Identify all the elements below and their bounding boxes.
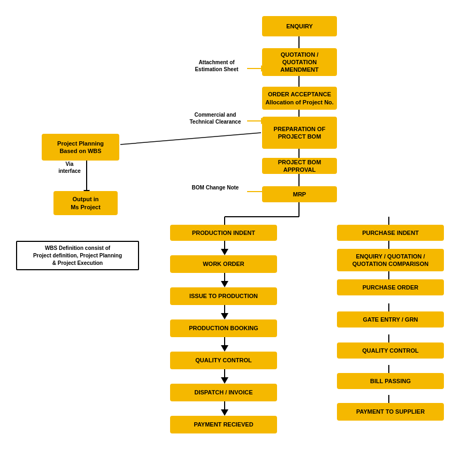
order-acceptance-box: ORDER ACCEPTANCE Allocation of Project N… bbox=[262, 87, 337, 110]
project-planning-box: Project Planning Based on WBS bbox=[42, 134, 119, 161]
prep-bom-box: PREPARATION OF PROJECT BOM bbox=[262, 117, 337, 149]
production-indent-box: PRODUCTION INDENT bbox=[170, 225, 277, 241]
svg-marker-32 bbox=[221, 281, 228, 287]
commercial-label: Commercial and Technical Clearance bbox=[182, 111, 249, 125]
svg-marker-35 bbox=[221, 377, 228, 384]
svg-marker-34 bbox=[221, 345, 228, 352]
quality-control-left-box: QUALITY CONTROL bbox=[170, 352, 277, 369]
mrp-box: MRP bbox=[262, 186, 337, 202]
payment-supplier-box: PAYMENT TO SUPPLIER bbox=[337, 403, 444, 421]
svg-marker-33 bbox=[221, 313, 228, 319]
dispatch-invoice-box: DISPATCH / INVOICE bbox=[170, 384, 277, 401]
svg-marker-36 bbox=[221, 409, 228, 416]
svg-marker-31 bbox=[221, 249, 228, 255]
purchase-order-box: PURCHASE ORDER bbox=[337, 279, 444, 295]
quality-control-right-box: QUALITY CONTROL bbox=[337, 342, 444, 359]
purchase-indent-box: PURCHASE INDENT bbox=[337, 225, 444, 241]
wbs-definition-box: WBS Definition consist of Project defini… bbox=[16, 241, 139, 270]
bill-passing-box: BILL PASSING bbox=[337, 373, 444, 389]
enquiry-box: ENQUIRY bbox=[262, 16, 337, 36]
gate-entry-box: GATE ENTRY / GRN bbox=[337, 311, 444, 328]
payment-received-box: PAYMENT RECIEVED bbox=[170, 416, 277, 433]
via-interface-label: Via interface bbox=[53, 161, 86, 174]
bom-approval-box: PROJECT BOM APPROVAL bbox=[262, 158, 337, 174]
enquiry-quotation-box: ENQUIRY / QUOTATION / QUOTATION COMPARIS… bbox=[337, 249, 444, 271]
bom-change-label: BOM Change Note bbox=[182, 184, 249, 191]
work-order-box: WORK ORDER bbox=[170, 255, 277, 273]
issue-production-box: ISSUE TO PRODUCTION bbox=[170, 287, 277, 305]
attachment-label: Attachment of Estimation Sheet bbox=[185, 59, 249, 73]
diagram: ENQUIRY QUOTATION / QUOTATION AMENDMENT … bbox=[0, 0, 476, 472]
svg-line-30 bbox=[120, 133, 261, 144]
output-ms-box: Output in Ms Project bbox=[53, 191, 118, 215]
quotation-box: QUOTATION / QUOTATION AMENDMENT bbox=[262, 48, 337, 76]
production-booking-box: PRODUCTION BOOKING bbox=[170, 319, 277, 337]
